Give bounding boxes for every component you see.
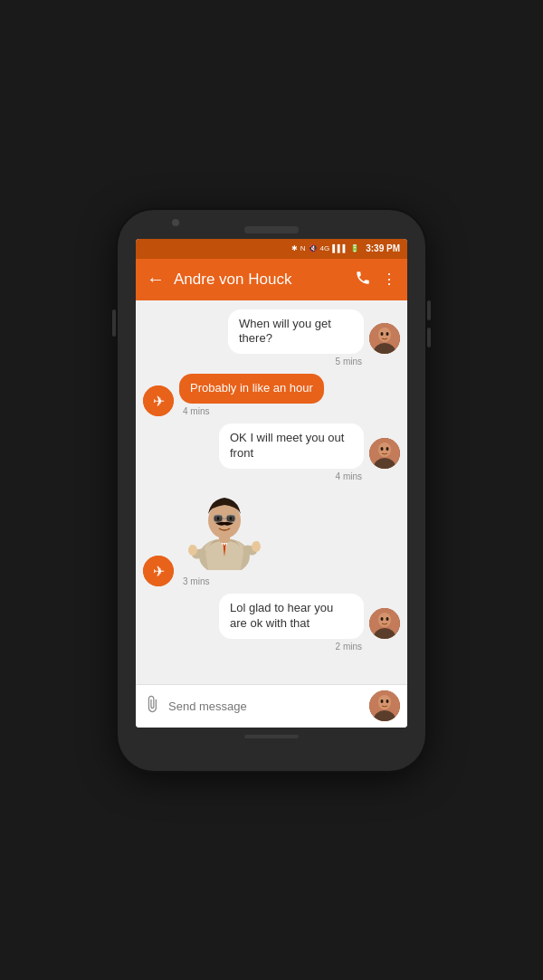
svg-point-38 bbox=[381, 699, 384, 703]
svg-point-36 bbox=[378, 695, 391, 709]
message-bubble: Probably in like an hour bbox=[179, 374, 324, 404]
message-time: 5 mins bbox=[228, 357, 400, 366]
message-bubble: When will you get there? bbox=[228, 309, 364, 355]
svg-text:✈: ✈ bbox=[153, 394, 165, 409]
status-time: 3:39 PM bbox=[366, 243, 400, 253]
outgoing-row: ✈ Probably in like an hour 4 mins bbox=[143, 374, 324, 416]
message-text: Probably in like an hour bbox=[190, 381, 313, 395]
message-bubble: OK I will meet you out front bbox=[219, 423, 364, 469]
message-text: Lol glad to hear you are ok with that bbox=[230, 601, 333, 630]
power-button bbox=[112, 309, 116, 337]
bubble-container: Lol glad to hear you are ok with that 2 … bbox=[219, 594, 400, 652]
volume-down-button bbox=[427, 328, 431, 347]
message-time: 3 mins bbox=[179, 576, 270, 586]
message-row: ✈ bbox=[143, 489, 400, 586]
message-time: 4 mins bbox=[179, 406, 324, 416]
input-area bbox=[136, 684, 407, 728]
svg-point-4 bbox=[386, 332, 389, 336]
svg-point-1 bbox=[378, 328, 391, 342]
nfc-icon: N bbox=[300, 244, 306, 252]
svg-rect-20 bbox=[256, 541, 259, 548]
phone-home-indicator bbox=[244, 735, 299, 738]
avatar bbox=[369, 608, 400, 639]
phone-screen: ✱ N 🔇 4G ▌▌▌ 🔋 3:39 PM ← Andre von Houck… bbox=[136, 239, 407, 728]
svg-point-8 bbox=[378, 442, 391, 457]
bubble-container: When will you get there? 5 mins bbox=[228, 309, 400, 367]
message-row: When will you get there? 5 mins bbox=[143, 309, 400, 367]
svg-point-34 bbox=[386, 617, 389, 621]
message-time: 2 mins bbox=[219, 642, 400, 652]
back-button[interactable]: ← bbox=[147, 269, 165, 290]
message-row: OK I will meet you out front 4 mins bbox=[143, 423, 400, 481]
camera bbox=[172, 219, 179, 226]
attach-icon[interactable] bbox=[143, 695, 161, 718]
svg-point-33 bbox=[381, 617, 384, 621]
signal-icon: 4G bbox=[320, 244, 330, 252]
status-icons: ✱ N 🔇 4G ▌▌▌ 🔋 3:39 PM bbox=[291, 243, 400, 253]
svg-point-10 bbox=[381, 447, 384, 451]
svg-rect-27 bbox=[214, 515, 223, 522]
sticker-row: ✈ bbox=[143, 489, 270, 586]
svg-point-39 bbox=[386, 699, 389, 703]
message-bubble: Lol glad to hear you are ok with that bbox=[219, 594, 364, 639]
message-text: OK I will meet you out front bbox=[230, 431, 344, 460]
svg-text:✈: ✈ bbox=[153, 564, 165, 579]
conversation-title: Andre von Houck bbox=[174, 271, 355, 289]
phone-device: ✱ N 🔇 4G ▌▌▌ 🔋 3:39 PM ← Andre von Houck… bbox=[118, 210, 425, 771]
avatar bbox=[369, 438, 400, 469]
send-avatar bbox=[369, 690, 400, 721]
avatar bbox=[369, 323, 400, 354]
svg-point-3 bbox=[381, 332, 384, 336]
message-text: When will you get there? bbox=[239, 317, 331, 346]
status-bar: ✱ N 🔇 4G ▌▌▌ 🔋 3:39 PM bbox=[136, 239, 407, 259]
more-options-icon[interactable]: ⋮ bbox=[382, 271, 396, 288]
header-actions: ⋮ bbox=[355, 270, 396, 290]
sticker-container: 3 mins bbox=[179, 489, 270, 586]
avatar: ✈ bbox=[143, 385, 174, 416]
svg-point-11 bbox=[386, 447, 389, 451]
message-row: ✈ Probably in like an hour 4 mins bbox=[143, 374, 400, 416]
svg-point-31 bbox=[378, 613, 391, 627]
phone-top bbox=[127, 226, 416, 233]
svg-rect-18 bbox=[190, 545, 193, 552]
messages-area: When will you get there? 5 mins ✈ bbox=[136, 300, 407, 684]
speaker bbox=[244, 226, 299, 233]
volume-up-button bbox=[427, 300, 431, 320]
call-icon[interactable] bbox=[355, 270, 371, 290]
bubble-container: OK I will meet you out front 4 mins bbox=[219, 423, 400, 481]
sticker-image bbox=[179, 489, 270, 570]
bubble-container: Probably in like an hour 4 mins bbox=[179, 374, 324, 416]
message-row: Lol glad to hear you are ok with that 2 … bbox=[143, 594, 400, 652]
bars-icon: ▌▌▌ bbox=[332, 244, 348, 252]
svg-rect-28 bbox=[226, 515, 235, 522]
mute-icon: 🔇 bbox=[309, 244, 318, 252]
app-header: ← Andre von Houck ⋮ bbox=[136, 259, 407, 300]
battery-icon: 🔋 bbox=[350, 244, 359, 252]
bluetooth-icon: ✱ bbox=[291, 244, 298, 252]
avatar: ✈ bbox=[143, 556, 174, 586]
message-input[interactable] bbox=[168, 699, 362, 713]
message-time: 4 mins bbox=[219, 471, 400, 481]
